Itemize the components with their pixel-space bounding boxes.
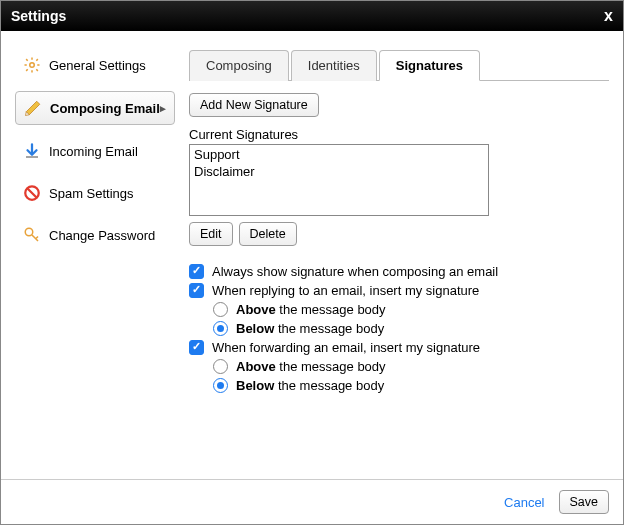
signature-list-item[interactable]: Support: [194, 147, 484, 164]
forward-above-label: Above the message body: [236, 359, 386, 374]
download-icon: [23, 142, 41, 160]
reply-insert-label: When replying to an email, insert my sig…: [212, 283, 479, 298]
compose-icon: [24, 99, 42, 117]
edit-button[interactable]: Edit: [189, 222, 233, 246]
add-signature-button[interactable]: Add New Signature: [189, 93, 319, 117]
sidebar-item-label: Change Password: [49, 228, 155, 243]
reply-below-radio[interactable]: [213, 321, 228, 336]
sidebar-item-composing-email[interactable]: Composing Email: [15, 91, 175, 125]
tabs: Composing Identities Signatures: [189, 49, 609, 81]
always-show-checkbox[interactable]: [189, 264, 204, 279]
forward-below-label: Below the message body: [236, 378, 384, 393]
sidebar-item-label: Spam Settings: [49, 186, 134, 201]
svg-rect-1: [26, 156, 38, 158]
window-body: General Settings Composing Email Incomin…: [1, 31, 623, 479]
forward-above-radio[interactable]: [213, 359, 228, 374]
key-icon: [23, 226, 41, 244]
forward-below-radio[interactable]: [213, 378, 228, 393]
svg-point-4: [25, 228, 33, 236]
main-panel: Composing Identities Signatures Add New …: [189, 49, 609, 467]
forward-insert-checkbox[interactable]: [189, 340, 204, 355]
tab-signatures[interactable]: Signatures: [379, 50, 480, 81]
signature-list[interactable]: Support Disclaimer: [189, 144, 489, 216]
reply-below-label: Below the message body: [236, 321, 384, 336]
sidebar-item-spam-settings[interactable]: Spam Settings: [15, 177, 175, 209]
save-button[interactable]: Save: [559, 490, 610, 514]
tab-composing[interactable]: Composing: [189, 50, 289, 81]
close-icon[interactable]: x: [604, 7, 613, 25]
reply-above-radio[interactable]: [213, 302, 228, 317]
window-title: Settings: [11, 8, 66, 24]
tab-identities[interactable]: Identities: [291, 50, 377, 81]
titlebar: Settings x: [1, 1, 623, 31]
always-show-label: Always show signature when composing an …: [212, 264, 498, 279]
spam-icon: [23, 184, 41, 202]
svg-point-0: [30, 63, 35, 68]
cancel-button[interactable]: Cancel: [504, 495, 544, 510]
tab-content: Add New Signature Current Signatures Sup…: [189, 81, 609, 467]
svg-line-3: [28, 189, 37, 198]
sidebar-item-label: Incoming Email: [49, 144, 138, 159]
delete-button[interactable]: Delete: [239, 222, 297, 246]
sidebar-item-general-settings[interactable]: General Settings: [15, 49, 175, 81]
sidebar-item-label: Composing Email: [50, 101, 160, 116]
footer: Cancel Save: [1, 479, 623, 524]
sidebar-item-label: General Settings: [49, 58, 146, 73]
settings-window: Settings x General Settings Composing Em…: [0, 0, 624, 525]
gear-icon: [23, 56, 41, 74]
forward-insert-label: When forwarding an email, insert my sign…: [212, 340, 480, 355]
signature-list-item[interactable]: Disclaimer: [194, 164, 484, 181]
current-signatures-label: Current Signatures: [189, 127, 609, 142]
sidebar-item-incoming-email[interactable]: Incoming Email: [15, 135, 175, 167]
sidebar: General Settings Composing Email Incomin…: [15, 49, 175, 467]
reply-insert-checkbox[interactable]: [189, 283, 204, 298]
reply-above-label: Above the message body: [236, 302, 386, 317]
signature-options: Always show signature when composing an …: [189, 264, 609, 393]
sidebar-item-change-password[interactable]: Change Password: [15, 219, 175, 251]
